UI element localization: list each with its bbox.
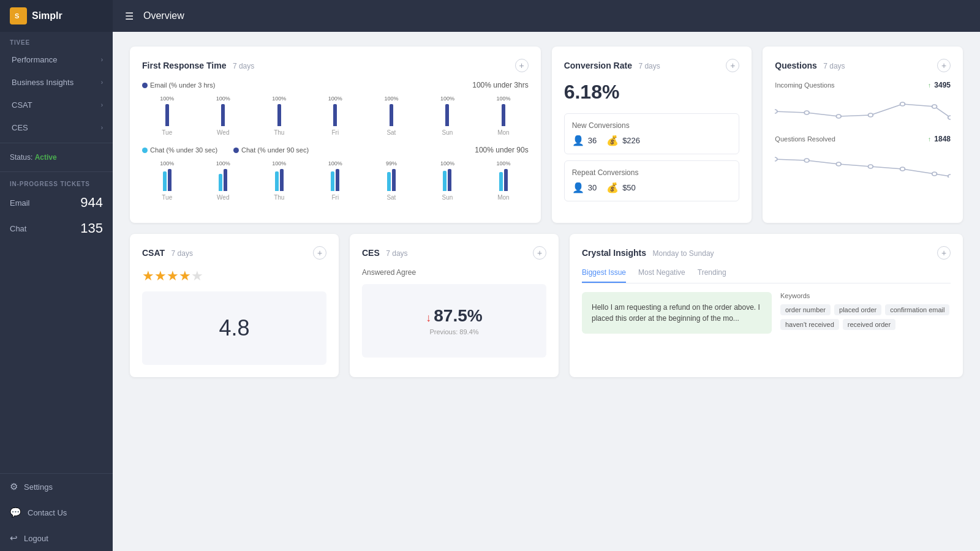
sidebar-item-ces[interactable]: CES › — [0, 116, 113, 139]
new-count-metric: 👤 36 — [572, 135, 597, 146]
logo-text: Simplr — [32, 10, 62, 21]
ci-period: Monday to Sunday — [652, 249, 714, 258]
q-expand-button[interactable]: + — [937, 59, 951, 72]
ci-title: Crystal Insights — [582, 248, 646, 258]
sidebar-item-performance[interactable]: Performance › — [0, 48, 113, 71]
resolved-chart — [775, 147, 951, 178]
bar-group: 100% Wed — [198, 160, 249, 201]
svg-point-2 — [775, 110, 777, 113]
person-icon: 👤 — [572, 135, 584, 146]
ci-body: Hello I am requesting a refund on the or… — [582, 292, 951, 334]
keyword: placed order — [834, 304, 881, 315]
bar-group: 100% Thu — [254, 160, 304, 201]
arrow-up-icon: ↑ — [928, 136, 931, 143]
questions-card: Questions 7 days + Incoming Questions ↑ … — [763, 47, 963, 223]
crystal-card: Crystal Insights Monday to Sunday + Bigg… — [570, 234, 963, 377]
in-progress-label: IN-PROGRESS TICKETS — [0, 176, 113, 190]
cr-expand-button[interactable]: + — [726, 59, 739, 72]
divider — [0, 143, 113, 143]
csat-expand-button[interactable]: + — [313, 246, 326, 260]
chat30-legend-label: Chat (% under 30 sec) — [142, 146, 217, 154]
ces-answered-label: Answered Agree — [362, 268, 546, 277]
ci-header: Crystal Insights Monday to Sunday + — [582, 246, 951, 260]
ci-tab[interactable]: Trending — [698, 268, 726, 283]
chevron-right-icon: › — [101, 56, 103, 63]
contact-item[interactable]: 💬 Contact Us — [0, 500, 113, 525]
svg-point-12 — [869, 165, 873, 168]
email-legend-label: Email (% under 3 hrs) — [142, 81, 215, 89]
svg-point-13 — [900, 167, 905, 171]
chevron-right-icon: › — [101, 102, 103, 108]
sidebar-item-csat[interactable]: CSAT › — [0, 94, 113, 116]
csat-period: 7 days — [172, 249, 193, 258]
chat90-bar — [168, 169, 172, 191]
repeat-count-metric: 👤 30 — [572, 182, 597, 193]
svg-point-10 — [805, 159, 810, 162]
svg-point-9 — [775, 157, 777, 161]
bar-group: 100% Thu — [254, 96, 304, 136]
cr-header: Conversion Rate 7 days + — [564, 59, 740, 72]
new-conversions-section: New Conversions 👤 36 💰 $226 — [564, 113, 740, 154]
logout-item[interactable]: ↩ Logout — [0, 525, 113, 551]
chat-count: 135 — [80, 220, 103, 236]
sidebar-item-business-insights[interactable]: Business Insights › — [0, 71, 113, 94]
contact-icon: 💬 — [10, 507, 21, 518]
keyword: received order — [843, 319, 895, 330]
cr-period: 7 days — [638, 62, 660, 70]
cr-title: Conversion Rate — [564, 61, 632, 70]
logout-icon: ↩ — [10, 533, 18, 544]
cr-title-group: Conversion Rate 7 days — [564, 60, 660, 71]
csat-title: CSAT — [142, 248, 165, 258]
chat90-bar — [336, 169, 339, 191]
bar-group: 100% Sun — [423, 96, 473, 136]
resolved-row: Questions Resolved ↑ 1848 — [775, 135, 951, 143]
incoming-count: ↑ 3495 — [928, 81, 951, 89]
q-period: 7 days — [823, 62, 845, 70]
logout-label: Logout — [24, 534, 48, 543]
chat30-bar — [219, 174, 222, 191]
bar-group: 99% Sat — [366, 160, 417, 201]
chat30-bar — [331, 171, 334, 191]
sidebar-item-label: Performance — [12, 55, 57, 64]
email-bar — [445, 104, 449, 126]
keyword: haven't received — [780, 319, 839, 330]
frt-expand-button[interactable]: + — [515, 59, 529, 72]
bar-group: 100% Sun — [423, 160, 473, 201]
cr-rate: 6.18% — [564, 81, 740, 103]
settings-item[interactable]: ⚙ Settings — [0, 474, 113, 500]
main-area: ☰ Overview First Response Time 7 days + — [113, 0, 980, 551]
bar-group: 100% Mon — [478, 160, 529, 201]
in-progress-chat: Chat 135 — [0, 216, 113, 241]
frt-chat-legend: Chat (% under 30 sec) Chat (% under 90 s… — [142, 146, 529, 154]
resolved-count: ↑ 1848 — [928, 135, 951, 143]
new-value-metric: 💰 $226 — [606, 135, 640, 146]
ci-expand-button[interactable]: + — [937, 246, 951, 260]
ci-tab[interactable]: Biggest Issue — [582, 268, 626, 283]
chat30-dot — [142, 148, 148, 153]
hamburger-icon[interactable]: ☰ — [125, 10, 134, 22]
csat-title-group: CSAT 7 days — [142, 247, 193, 258]
ci-tab[interactable]: Most Negative — [638, 268, 685, 283]
section-label: TIVEE — [0, 32, 113, 48]
new-conversions-metrics: 👤 36 💰 $226 — [572, 135, 732, 146]
chat-metric: 100% under 90s — [475, 146, 528, 154]
svg-text:S: S — [15, 12, 19, 20]
ces-expand-button[interactable]: + — [533, 246, 546, 260]
repeat-value-metric: 💰 $50 — [606, 182, 636, 193]
email-dot — [142, 83, 148, 88]
chat-label: Chat — [10, 224, 26, 233]
frt-card: First Response Time 7 days + Email (% un… — [130, 47, 541, 223]
content-area: First Response Time 7 days + Email (% un… — [113, 32, 980, 551]
sidebar-item-label: CSAT — [12, 100, 32, 110]
keyword: confirmation email — [885, 304, 949, 315]
csat-stars: ★★★★★ — [142, 268, 326, 284]
settings-icon: ⚙ — [10, 481, 18, 492]
ces-title-group: CES 7 days — [362, 247, 408, 258]
q-title-group: Questions 7 days — [775, 60, 845, 71]
logo-icon: S — [10, 7, 27, 24]
chat90-bar — [392, 169, 396, 191]
email-bar — [165, 104, 169, 126]
repeat-conversions-label: Repeat Conversions — [572, 168, 732, 177]
csat-score: 4.8 — [142, 291, 326, 365]
ces-previous: Previous: 89.4% — [429, 328, 478, 335]
